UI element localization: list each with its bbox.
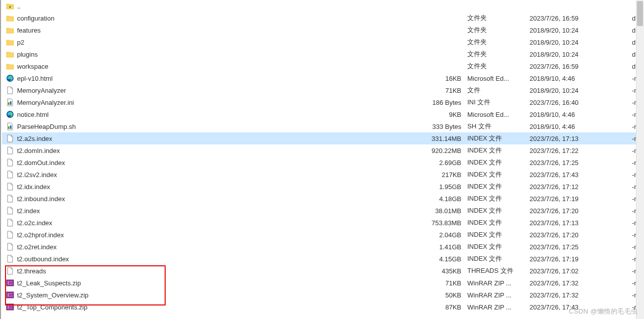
file-row[interactable]: t2.idx.index1.95GBINDEX 文件2023/7/26, 17:… bbox=[2, 181, 644, 193]
file-date: 2023/7/26, 17:32 bbox=[527, 279, 632, 287]
zip-icon bbox=[6, 303, 14, 311]
file-row[interactable]: t2.o2hprof.index2.04GBINDEX 文件2023/7/26,… bbox=[2, 229, 644, 241]
file-type: INDEX 文件 bbox=[465, 134, 527, 143]
file-row[interactable]: t2.o2c.index753.83MBINDEX 文件2023/7/26, 1… bbox=[2, 217, 644, 229]
folder-up-icon bbox=[6, 2, 14, 10]
file-name: t2.o2c.index bbox=[17, 219, 52, 227]
file-size: 16KB bbox=[418, 75, 465, 82]
file-type: INDEX 文件 bbox=[465, 158, 527, 167]
file-date: 2018/9/10, 4:46 bbox=[527, 111, 632, 118]
file-icon bbox=[6, 171, 14, 179]
file-row[interactable]: t2_Leak_Suspects.zip71KBWinRAR ZIP ...20… bbox=[2, 277, 644, 289]
file-name: MemoryAnalyzer bbox=[17, 87, 66, 94]
file-size: 4.18GB bbox=[418, 195, 465, 203]
file-type: INDEX 文件 bbox=[465, 218, 527, 227]
file-type: 文件夹 bbox=[465, 38, 527, 47]
file-name: p2 bbox=[17, 39, 24, 46]
file-row[interactable]: epl-v10.html16KBMicrosoft Ed...2018/9/10… bbox=[2, 72, 644, 84]
file-row[interactable]: configuration文件夹2023/7/26, 16:59d bbox=[2, 12, 644, 24]
file-type: 文件 bbox=[465, 86, 527, 95]
parent-dir-row[interactable]: .. bbox=[2, 0, 644, 12]
file-row[interactable]: t2.domOut.index2.69GBINDEX 文件2023/7/26, … bbox=[2, 156, 644, 169]
edge-icon bbox=[6, 110, 14, 118]
file-size: 71KB bbox=[418, 87, 465, 94]
file-icon bbox=[6, 86, 14, 94]
file-row[interactable]: t2.domIn.index920.22MBINDEX 文件2023/7/26,… bbox=[2, 144, 644, 156]
file-date: 2023/7/26, 17:43 bbox=[527, 171, 632, 179]
file-type: INDEX 文件 bbox=[465, 182, 527, 191]
file-name: t2.threads bbox=[17, 267, 46, 275]
file-type: INDEX 文件 bbox=[465, 194, 527, 203]
file-row[interactable]: t2.o2ret.index1.41GBINDEX 文件2023/7/26, 1… bbox=[2, 241, 644, 253]
file-name: plugins bbox=[17, 51, 38, 58]
file-row[interactable]: t2.threads435KBTHREADS 文件2023/7/26, 17:0… bbox=[2, 265, 644, 277]
file-date: 2023/7/26, 16:40 bbox=[527, 99, 632, 106]
file-date: 2023/7/26, 17:02 bbox=[527, 267, 632, 275]
file-date: 2023/7/26, 17:19 bbox=[527, 195, 632, 203]
scrollbar-thumb[interactable] bbox=[637, 1, 643, 26]
file-row[interactable]: t2_System_Overview.zip50KBWinRAR ZIP ...… bbox=[2, 289, 644, 301]
file-type: 文件夹 bbox=[465, 26, 527, 35]
file-date: 2023/7/26, 17:13 bbox=[527, 135, 632, 142]
file-row[interactable]: plugins文件夹2018/9/20, 10:24d bbox=[2, 48, 644, 60]
ini-icon bbox=[6, 122, 14, 130]
file-date: 2018/9/10, 4:46 bbox=[527, 123, 632, 130]
file-icon bbox=[6, 255, 14, 263]
file-type: WinRAR ZIP ... bbox=[465, 303, 527, 311]
file-row[interactable]: t2.index38.01MBINDEX 文件2023/7/26, 17:20-… bbox=[2, 205, 644, 217]
file-type: Microsoft Ed... bbox=[465, 111, 527, 118]
file-type: THREADS 文件 bbox=[465, 266, 527, 275]
file-row[interactable]: t2.outbound.index4.15GBINDEX 文件2023/7/26… bbox=[2, 253, 644, 265]
file-type: INDEX 文件 bbox=[465, 170, 527, 179]
file-date: 2023/7/26, 16:59 bbox=[527, 63, 632, 70]
folder-icon bbox=[6, 62, 14, 70]
file-row[interactable]: MemoryAnalyzer71KB文件2018/9/20, 10:24-r bbox=[2, 84, 644, 96]
file-type: 文件夹 bbox=[465, 14, 527, 23]
file-name: t2.o2ret.index bbox=[17, 243, 57, 251]
file-icon bbox=[6, 219, 14, 227]
file-row[interactable]: workspace文件夹2023/7/26, 16:59d bbox=[2, 60, 644, 72]
file-row[interactable]: features文件夹2018/9/20, 10:24d bbox=[2, 24, 644, 36]
file-name: t2.domIn.index bbox=[17, 147, 60, 154]
file-date: 2018/9/20, 10:24 bbox=[527, 87, 632, 94]
zip-icon bbox=[6, 279, 14, 287]
file-name: t2.i2sv2.index bbox=[17, 171, 57, 179]
file-name: MemoryAnalyzer.ini bbox=[17, 99, 74, 106]
file-row[interactable]: t2.inbound.index4.18GBINDEX 文件2023/7/26,… bbox=[2, 193, 644, 205]
file-row[interactable]: t2.a2s.index331.14MBINDEX 文件2023/7/26, 1… bbox=[2, 132, 644, 144]
file-row[interactable]: MemoryAnalyzer.ini186 BytesINI 文件2023/7/… bbox=[2, 96, 644, 108]
file-size: 217KB bbox=[418, 171, 465, 179]
file-name: t2.outbound.index bbox=[17, 255, 69, 263]
folder-icon bbox=[6, 14, 14, 22]
file-row[interactable]: t2.i2sv2.index217KBINDEX 文件2023/7/26, 17… bbox=[2, 169, 644, 181]
file-date: 2023/7/26, 17:20 bbox=[527, 207, 632, 215]
file-date: 2018/9/20, 10:24 bbox=[527, 27, 632, 34]
file-name: t2.index bbox=[17, 207, 40, 215]
file-row[interactable]: notice.html9KBMicrosoft Ed...2018/9/10, … bbox=[2, 108, 644, 120]
file-name: t2.idx.index bbox=[17, 183, 50, 191]
file-name: epl-v10.html bbox=[17, 75, 53, 82]
file-type: INDEX 文件 bbox=[465, 206, 527, 215]
file-size: 2.69GB bbox=[418, 159, 465, 167]
file-row[interactable]: ParseHeapDump.sh333 BytesSH 文件2018/9/10,… bbox=[2, 120, 644, 132]
file-size: 38.01MB bbox=[418, 207, 465, 215]
file-name: t2.a2s.index bbox=[17, 135, 52, 142]
file-row[interactable]: p2文件夹2018/9/20, 10:24d bbox=[2, 36, 644, 48]
file-size: 333 Bytes bbox=[418, 123, 465, 130]
ini-icon bbox=[6, 98, 14, 106]
file-date: 2023/7/26, 16:59 bbox=[527, 15, 632, 22]
file-name: configuration bbox=[17, 15, 54, 22]
file-icon bbox=[6, 195, 14, 203]
file-date: 2018/9/20, 10:24 bbox=[527, 51, 632, 58]
file-row[interactable]: t2_Top_Components.zip87KBWinRAR ZIP ...2… bbox=[2, 301, 644, 313]
file-name: t2_Leak_Suspects.zip bbox=[17, 279, 81, 287]
file-size: 4.15GB bbox=[418, 255, 465, 263]
file-date: 2023/7/26, 17:32 bbox=[527, 291, 632, 299]
file-size: 331.14MB bbox=[418, 135, 465, 142]
file-date: 2023/7/26, 17:13 bbox=[527, 219, 632, 227]
file-list[interactable]: .. configuration文件夹2023/7/26, 16:59dfeat… bbox=[0, 0, 644, 319]
vertical-scrollbar[interactable] bbox=[636, 0, 644, 319]
file-type: Microsoft Ed... bbox=[465, 75, 527, 82]
file-size: 50KB bbox=[418, 291, 465, 299]
zip-icon bbox=[6, 291, 14, 299]
